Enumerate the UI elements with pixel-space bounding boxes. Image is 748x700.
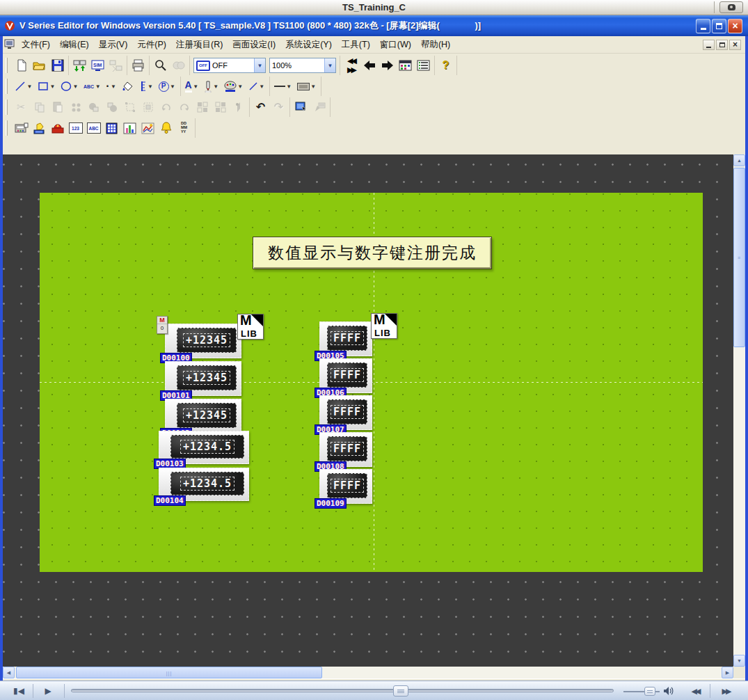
keypad-part-button[interactable] [103,120,120,137]
reduce-button[interactable] [139,99,157,116]
new-file-button[interactable] [13,57,30,74]
chevron-down-icon[interactable]: ▼ [72,83,79,90]
scale-tool-button[interactable]: ▼ [138,78,156,95]
multi-copy-button[interactable] [67,99,84,116]
minimize-button[interactable] [696,19,710,33]
item-edit-button[interactable] [310,99,328,116]
date-part-button[interactable]: DDMMYY [175,120,193,137]
shape-front-button[interactable] [85,99,102,116]
align-button[interactable] [193,99,211,116]
point-edit-button[interactable] [230,99,247,116]
scroll-right-button[interactable]: ▶ [722,667,733,678]
text-color-button[interactable]: A▼ [183,78,201,95]
item-list-button[interactable] [415,57,432,74]
shape-back-button[interactable] [103,99,120,116]
jump-button[interactable]: ◀◀▶▶ [342,57,360,74]
paint-tool-button[interactable] [120,78,137,95]
print-button[interactable] [129,57,147,74]
play-button[interactable]: ▶ [35,683,61,699]
parts-tool-button[interactable]: P▼ [157,78,178,95]
trend-part-button[interactable] [139,120,157,137]
seek-slider[interactable] [71,689,614,692]
mdi-close-button[interactable]: × [729,40,741,50]
download-transfer-button[interactable] [71,57,88,74]
menu-window[interactable]: 窗口(W) [375,37,416,53]
chevron-down-icon[interactable]: ▼ [111,83,117,90]
horizontal-scrollbar[interactable]: ◀ ||| ▶ [3,667,733,678]
numeric-display-d00104[interactable]: +1234.5 D00104 [159,468,249,501]
vertical-scroll-thumb[interactable]: ≡ [733,168,745,347]
chevron-down-icon[interactable]: ▼ [254,58,265,72]
skip-start-button[interactable]: ▮◀ [6,683,32,699]
scroll-left-button[interactable]: ◀ [3,667,15,678]
switch-part-button[interactable] [13,120,30,137]
bell-part-button[interactable] [157,120,175,137]
menu-registration[interactable]: 注册项目(R) [171,37,228,53]
text-display-part-button[interactable]: ABC [85,120,102,137]
numeric-display-part-button[interactable]: 123 [67,120,84,137]
paste-button[interactable] [49,99,66,116]
line-tool-button[interactable]: ▼ [13,78,35,95]
chevron-down-icon[interactable]: ▼ [148,83,154,90]
copy-button[interactable] [31,99,48,116]
lamp-part-button[interactable] [31,120,48,137]
toolbar-grip[interactable] [6,100,8,115]
line-color-button[interactable]: ▼ [246,78,267,95]
scroll-down-button[interactable]: ▼ [733,655,745,667]
palette-button[interactable]: ▼ [222,78,246,95]
line-style-button[interactable]: ▼ [272,78,294,95]
screen-select-button[interactable] [292,99,310,116]
chevron-down-icon[interactable]: ▼ [170,83,176,90]
chevron-down-icon[interactable]: ▼ [95,83,101,90]
chevron-down-icon[interactable]: ▼ [26,83,33,90]
edit-workarea[interactable]: 数值显示与数字键注册完成 +12345 D00100 +12345 D00101… [3,154,733,667]
off-state-selector[interactable]: OFF OFF ▼ [193,58,266,73]
annotation-text-box[interactable]: 数值显示与数字键注册完成 [253,237,492,269]
fill-style-button[interactable]: ▼ [295,78,319,95]
chevron-down-icon[interactable]: ▼ [213,83,219,90]
hex-display-d00107[interactable]: FFFF D00107 [319,395,372,430]
app-titlebar[interactable]: V Series Editor for Windows Version 5.40… [0,15,748,36]
zoom-level-selector[interactable]: 100% ▼ [269,58,336,73]
rotate-left-button[interactable] [157,99,175,116]
rect-tool-button[interactable]: ▼ [35,78,58,95]
forward-button[interactable] [379,57,396,74]
text-tool-button[interactable]: ABC▼ [81,78,103,95]
menu-system-setting[interactable]: 系统设定(Y) [280,37,337,53]
mdi-minimize-button[interactable] [703,40,715,50]
seek-thumb[interactable] [393,685,408,697]
hex-display-d00108[interactable]: FFFF D00108 [319,432,372,467]
chevron-down-icon[interactable]: ▼ [324,58,335,72]
toolbar-grip[interactable] [6,58,8,73]
back-button[interactable] [360,57,378,74]
menu-view[interactable]: 显示(V) [94,37,133,53]
mute-button[interactable] [660,683,678,699]
menu-file[interactable]: 文件(F) [17,37,55,53]
open-file-button[interactable] [31,57,48,74]
rotate-right-button[interactable] [175,99,193,116]
zoom-tool-button[interactable] [152,57,169,74]
item-grid-button[interactable] [397,57,414,74]
dual-view-button[interactable] [170,57,187,74]
scroll-up-button[interactable]: ▲ [733,154,745,166]
chevron-down-icon[interactable]: ▼ [310,83,317,90]
mdi-restore-button[interactable] [716,40,728,50]
menu-help[interactable]: 帮助(H) [416,37,455,53]
menu-parts[interactable]: 元件(P) [132,37,171,53]
menu-screen-setting[interactable]: 画面设定(I) [228,37,280,53]
hex-display-d00109[interactable]: FFFF D00109 [319,469,372,504]
chevron-down-icon[interactable]: ▼ [259,83,265,90]
distribute-button[interactable] [212,99,229,116]
cut-button[interactable]: ✂ [13,99,30,116]
simulator-button[interactable]: SIM [89,57,106,74]
chevron-down-icon[interactable]: ▼ [193,83,199,90]
menu-tools[interactable]: 工具(T) [337,37,375,53]
redo-button[interactable]: ↷ [270,99,287,116]
maximize-button[interactable] [712,19,726,33]
chevron-down-icon[interactable]: ▼ [237,83,244,90]
ellipse-tool-button[interactable]: ▼ [58,78,81,95]
undo-button[interactable]: ↶ [252,99,269,116]
fast-forward-button[interactable]: ▶▶ [714,683,738,699]
vertical-scrollbar[interactable]: ▲ ≡ ▼ [733,154,745,667]
dot-tool-button[interactable]: ·▼ [104,78,118,95]
